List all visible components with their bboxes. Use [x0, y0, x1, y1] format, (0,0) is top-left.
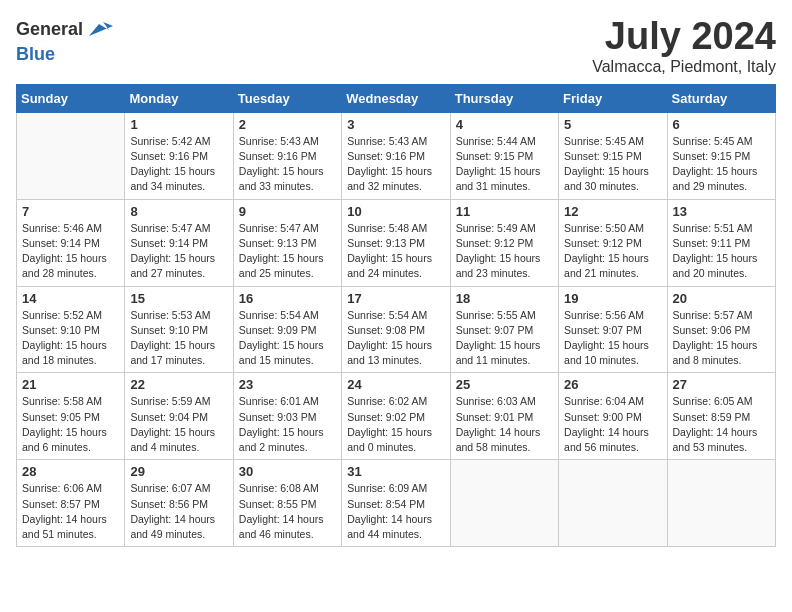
day-info: Sunrise: 5:52 AMSunset: 9:10 PMDaylight:… — [22, 308, 119, 369]
day-info: Sunrise: 6:09 AMSunset: 8:54 PMDaylight:… — [347, 481, 444, 542]
sunset-text: Sunset: 9:08 PM — [347, 324, 425, 336]
sunset-text: Sunset: 9:11 PM — [673, 237, 751, 249]
day-info: Sunrise: 5:45 AMSunset: 9:15 PMDaylight:… — [564, 134, 661, 195]
daylight-text: Daylight: 15 hours and 15 minutes. — [239, 339, 324, 366]
day-number: 30 — [239, 464, 336, 479]
sunrise-text: Sunrise: 6:03 AM — [456, 395, 536, 407]
calendar-cell: 16Sunrise: 5:54 AMSunset: 9:09 PMDayligh… — [233, 286, 341, 373]
calendar-cell: 27Sunrise: 6:05 AMSunset: 8:59 PMDayligh… — [667, 373, 775, 460]
calendar-cell: 22Sunrise: 5:59 AMSunset: 9:04 PMDayligh… — [125, 373, 233, 460]
day-number: 3 — [347, 117, 444, 132]
daylight-text: Daylight: 15 hours and 0 minutes. — [347, 426, 432, 453]
day-info: Sunrise: 5:44 AMSunset: 9:15 PMDaylight:… — [456, 134, 553, 195]
calendar-cell: 6Sunrise: 5:45 AMSunset: 9:15 PMDaylight… — [667, 112, 775, 199]
sunset-text: Sunset: 8:54 PM — [347, 498, 425, 510]
day-info: Sunrise: 5:45 AMSunset: 9:15 PMDaylight:… — [673, 134, 770, 195]
day-info: Sunrise: 5:50 AMSunset: 9:12 PMDaylight:… — [564, 221, 661, 282]
calendar-cell: 2Sunrise: 5:43 AMSunset: 9:16 PMDaylight… — [233, 112, 341, 199]
day-number: 21 — [22, 377, 119, 392]
sunrise-text: Sunrise: 6:01 AM — [239, 395, 319, 407]
calendar-cell: 17Sunrise: 5:54 AMSunset: 9:08 PMDayligh… — [342, 286, 450, 373]
daylight-text: Daylight: 14 hours and 53 minutes. — [673, 426, 758, 453]
week-row-2: 7Sunrise: 5:46 AMSunset: 9:14 PMDaylight… — [17, 199, 776, 286]
calendar-cell: 28Sunrise: 6:06 AMSunset: 8:57 PMDayligh… — [17, 460, 125, 547]
day-number: 25 — [456, 377, 553, 392]
day-number: 26 — [564, 377, 661, 392]
sunrise-text: Sunrise: 5:43 AM — [347, 135, 427, 147]
day-number: 24 — [347, 377, 444, 392]
daylight-text: Daylight: 15 hours and 17 minutes. — [130, 339, 215, 366]
sunset-text: Sunset: 9:05 PM — [22, 411, 100, 423]
logo-bird-icon — [85, 16, 113, 44]
sunrise-text: Sunrise: 5:45 AM — [673, 135, 753, 147]
daylight-text: Daylight: 15 hours and 24 minutes. — [347, 252, 432, 279]
calendar-cell: 13Sunrise: 5:51 AMSunset: 9:11 PMDayligh… — [667, 199, 775, 286]
sunset-text: Sunset: 9:15 PM — [456, 150, 534, 162]
day-info: Sunrise: 5:53 AMSunset: 9:10 PMDaylight:… — [130, 308, 227, 369]
day-number: 8 — [130, 204, 227, 219]
daylight-text: Daylight: 15 hours and 13 minutes. — [347, 339, 432, 366]
week-row-4: 21Sunrise: 5:58 AMSunset: 9:05 PMDayligh… — [17, 373, 776, 460]
sunset-text: Sunset: 8:59 PM — [673, 411, 751, 423]
daylight-text: Daylight: 15 hours and 25 minutes. — [239, 252, 324, 279]
daylight-text: Daylight: 14 hours and 58 minutes. — [456, 426, 541, 453]
sunset-text: Sunset: 9:02 PM — [347, 411, 425, 423]
daylight-text: Daylight: 14 hours and 44 minutes. — [347, 513, 432, 540]
day-number: 9 — [239, 204, 336, 219]
calendar-cell — [17, 112, 125, 199]
day-info: Sunrise: 5:47 AMSunset: 9:14 PMDaylight:… — [130, 221, 227, 282]
sunrise-text: Sunrise: 5:58 AM — [22, 395, 102, 407]
sunrise-text: Sunrise: 5:57 AM — [673, 309, 753, 321]
daylight-text: Daylight: 14 hours and 56 minutes. — [564, 426, 649, 453]
day-info: Sunrise: 5:43 AMSunset: 9:16 PMDaylight:… — [239, 134, 336, 195]
weekday-header-wednesday: Wednesday — [342, 84, 450, 112]
sunset-text: Sunset: 8:56 PM — [130, 498, 208, 510]
daylight-text: Daylight: 15 hours and 2 minutes. — [239, 426, 324, 453]
daylight-text: Daylight: 14 hours and 46 minutes. — [239, 513, 324, 540]
daylight-text: Daylight: 15 hours and 31 minutes. — [456, 165, 541, 192]
daylight-text: Daylight: 15 hours and 34 minutes. — [130, 165, 215, 192]
day-info: Sunrise: 5:48 AMSunset: 9:13 PMDaylight:… — [347, 221, 444, 282]
daylight-text: Daylight: 14 hours and 51 minutes. — [22, 513, 107, 540]
day-number: 14 — [22, 291, 119, 306]
sunrise-text: Sunrise: 5:47 AM — [239, 222, 319, 234]
weekday-header-thursday: Thursday — [450, 84, 558, 112]
calendar-cell — [559, 460, 667, 547]
sunset-text: Sunset: 9:01 PM — [456, 411, 534, 423]
day-number: 23 — [239, 377, 336, 392]
logo-general: General — [16, 19, 83, 39]
calendar-cell: 18Sunrise: 5:55 AMSunset: 9:07 PMDayligh… — [450, 286, 558, 373]
sunset-text: Sunset: 9:09 PM — [239, 324, 317, 336]
day-info: Sunrise: 6:02 AMSunset: 9:02 PMDaylight:… — [347, 394, 444, 455]
day-number: 12 — [564, 204, 661, 219]
day-number: 22 — [130, 377, 227, 392]
sunset-text: Sunset: 8:57 PM — [22, 498, 100, 510]
page-header: General Blue July 2024 Valmacca, Piedmon… — [16, 16, 776, 76]
sunset-text: Sunset: 9:12 PM — [456, 237, 534, 249]
sunrise-text: Sunrise: 6:05 AM — [673, 395, 753, 407]
sunset-text: Sunset: 9:13 PM — [239, 237, 317, 249]
sunset-text: Sunset: 9:16 PM — [239, 150, 317, 162]
logo-blue: Blue — [16, 44, 55, 64]
weekday-header-sunday: Sunday — [17, 84, 125, 112]
calendar-cell: 14Sunrise: 5:52 AMSunset: 9:10 PMDayligh… — [17, 286, 125, 373]
calendar-cell: 11Sunrise: 5:49 AMSunset: 9:12 PMDayligh… — [450, 199, 558, 286]
calendar-cell: 23Sunrise: 6:01 AMSunset: 9:03 PMDayligh… — [233, 373, 341, 460]
day-info: Sunrise: 5:58 AMSunset: 9:05 PMDaylight:… — [22, 394, 119, 455]
sunrise-text: Sunrise: 5:51 AM — [673, 222, 753, 234]
calendar-cell: 5Sunrise: 5:45 AMSunset: 9:15 PMDaylight… — [559, 112, 667, 199]
sunrise-text: Sunrise: 5:45 AM — [564, 135, 644, 147]
day-info: Sunrise: 6:01 AMSunset: 9:03 PMDaylight:… — [239, 394, 336, 455]
weekday-header-tuesday: Tuesday — [233, 84, 341, 112]
day-number: 4 — [456, 117, 553, 132]
sunset-text: Sunset: 9:10 PM — [130, 324, 208, 336]
sunset-text: Sunset: 9:04 PM — [130, 411, 208, 423]
daylight-text: Daylight: 15 hours and 21 minutes. — [564, 252, 649, 279]
day-info: Sunrise: 5:54 AMSunset: 9:09 PMDaylight:… — [239, 308, 336, 369]
calendar-cell: 19Sunrise: 5:56 AMSunset: 9:07 PMDayligh… — [559, 286, 667, 373]
day-number: 15 — [130, 291, 227, 306]
daylight-text: Daylight: 15 hours and 4 minutes. — [130, 426, 215, 453]
sunrise-text: Sunrise: 5:49 AM — [456, 222, 536, 234]
sunset-text: Sunset: 9:15 PM — [564, 150, 642, 162]
calendar-cell — [450, 460, 558, 547]
